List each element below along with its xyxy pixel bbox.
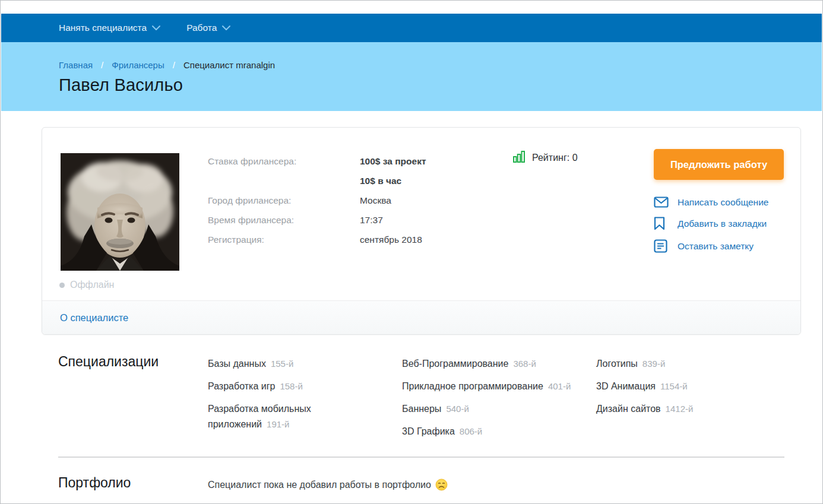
specialization-item: Прикладное программирование401-й	[402, 379, 587, 394]
specialization-rank: 540-й	[446, 404, 469, 414]
hero-band: Главная / Фрилансеры / Специалист mranal…	[1, 42, 822, 111]
breadcrumb-home[interactable]: Главная	[59, 60, 93, 70]
bookmark-icon	[654, 217, 669, 230]
add-bookmark-label: Добавить в закладки	[678, 218, 767, 229]
breadcrumb-current: Специалист mranalgin	[183, 60, 275, 70]
time-label: Время фрилансера:	[208, 210, 360, 230]
leave-note-label: Оставить заметку	[678, 241, 754, 252]
specialization-link[interactable]: Прикладное программирование	[402, 381, 543, 391]
specialization-link[interactable]: Разработка мобильных приложений	[208, 404, 311, 429]
time-value: 17:37	[360, 210, 426, 230]
specialization-item: Дизайн сайтов1412-й	[596, 401, 780, 417]
envelope-icon	[654, 196, 669, 208]
rate-per-project: 100$ за проект	[360, 151, 426, 171]
rate-value: 100$ за проект 10$ в час	[360, 151, 426, 191]
breadcrumb: Главная / Фрилансеры / Специалист mranal…	[59, 60, 822, 70]
chevron-down-icon	[222, 26, 230, 30]
write-message-link[interactable]: Написать сообщение	[654, 196, 768, 208]
specialization-rank: 401-й	[548, 381, 571, 391]
specialization-link[interactable]: Разработка игр	[208, 381, 275, 391]
specialization-link[interactable]: Баннеры	[402, 404, 441, 414]
section-divider	[58, 457, 784, 458]
portfolio-heading: Портфолио	[58, 475, 131, 491]
specialization-item: Базы данных155-й	[208, 356, 381, 372]
specialization-item: Баннеры540-й	[402, 401, 587, 417]
nav-item-label: Работа	[186, 23, 217, 33]
profile-tabbar: О специалисте	[42, 300, 800, 334]
specialization-rank: 1412-й	[666, 404, 694, 414]
registration-value: сентябрь 2018	[360, 230, 426, 249]
specialization-item: Веб-Программирование368-й	[402, 356, 587, 372]
page-title: Павел Васильо	[59, 75, 822, 95]
rating-label: Рейтинг: 0	[532, 153, 578, 163]
specializations-column: Логотипы839-й 3D Анимация1154-й Дизайн с…	[596, 356, 780, 424]
breadcrumb-freelancers[interactable]: Фрилансеры	[112, 60, 164, 70]
main-navbar: Нанять специалиста Работа	[1, 14, 822, 42]
chevron-down-icon	[152, 26, 160, 30]
sad-face-icon	[435, 478, 448, 491]
specialization-item: 3D Анимация1154-й	[596, 379, 780, 394]
status-label: Оффлайн	[70, 280, 114, 290]
specialization-link[interactable]: Веб-Программирование	[402, 359, 508, 369]
specialization-link[interactable]: Логотипы	[596, 359, 638, 369]
action-links: Написать сообщение Добавить в закладки	[654, 196, 768, 262]
breadcrumb-separator: /	[173, 60, 175, 70]
specialization-link[interactable]: Базы данных	[208, 359, 266, 369]
specialization-item: Разработка мобильных приложений191-й	[208, 401, 381, 432]
rate-label: Ставка фрилансера:	[208, 151, 360, 191]
freelancer-photo	[61, 153, 179, 271]
breadcrumb-separator: /	[101, 60, 103, 70]
city-value: Москва	[360, 191, 426, 210]
specialization-rank: 806-й	[460, 426, 482, 436]
registration-label: Регистрация:	[208, 230, 360, 249]
specialization-rank: 155-й	[271, 359, 293, 369]
specialization-rank: 158-й	[280, 381, 302, 391]
leave-note-link[interactable]: Оставить заметку	[654, 239, 768, 253]
specializations-column: Веб-Программирование368-й Прикладное про…	[402, 356, 587, 446]
profile-card: Оффлайн Ставка фрилансера: 100$ за проек…	[42, 127, 801, 335]
portfolio-empty-message: Специалист пока не добавил работы в порт…	[208, 478, 448, 491]
rating-bars-icon	[512, 150, 526, 166]
note-icon	[654, 239, 669, 253]
rating: Рейтинг: 0	[512, 150, 578, 166]
nav-item-work[interactable]: Работа	[186, 23, 230, 33]
offer-job-button[interactable]: Предложить работу	[654, 149, 784, 180]
status-dot-icon	[59, 283, 65, 288]
specialization-item: 3D Графика806-й	[402, 424, 587, 439]
specialization-rank: 368-й	[513, 359, 536, 369]
online-status: Оффлайн	[59, 280, 114, 290]
specialization-rank: 191-й	[267, 419, 289, 429]
specialization-rank: 1154-й	[660, 381, 688, 391]
rate-per-hour: 10$ в час	[360, 171, 426, 191]
city-label: Город фрилансера:	[208, 191, 360, 210]
add-bookmark-link[interactable]: Добавить в закладки	[654, 217, 768, 230]
specializations-heading: Специализации	[58, 354, 159, 370]
freelancer-info: Ставка фрилансера: 100$ за проект 10$ в …	[208, 151, 426, 249]
specialization-link[interactable]: 3D Графика	[402, 426, 455, 436]
portfolio-empty-text: Специалист пока не добавил работы в порт…	[208, 480, 431, 490]
specialization-link[interactable]: 3D Анимация	[596, 381, 656, 391]
top-strip	[1, 1, 822, 13]
tab-about-specialist[interactable]: О специалисте	[60, 312, 128, 324]
specialization-link[interactable]: Дизайн сайтов	[596, 404, 661, 414]
nav-item-hire-specialist[interactable]: Нанять специалиста	[59, 23, 160, 33]
write-message-label: Написать сообщение	[678, 197, 768, 208]
specialization-rank: 839-й	[642, 359, 665, 369]
specializations-column: Базы данных155-й Разработка игр158-й Раз…	[208, 356, 381, 439]
specialization-item: Логотипы839-й	[596, 356, 780, 372]
freelancer-profile-page: Нанять специалиста Работа Главная / Фрил…	[0, 0, 823, 504]
nav-item-label: Нанять специалиста	[59, 23, 147, 33]
specialization-item: Разработка игр158-й	[208, 379, 381, 394]
